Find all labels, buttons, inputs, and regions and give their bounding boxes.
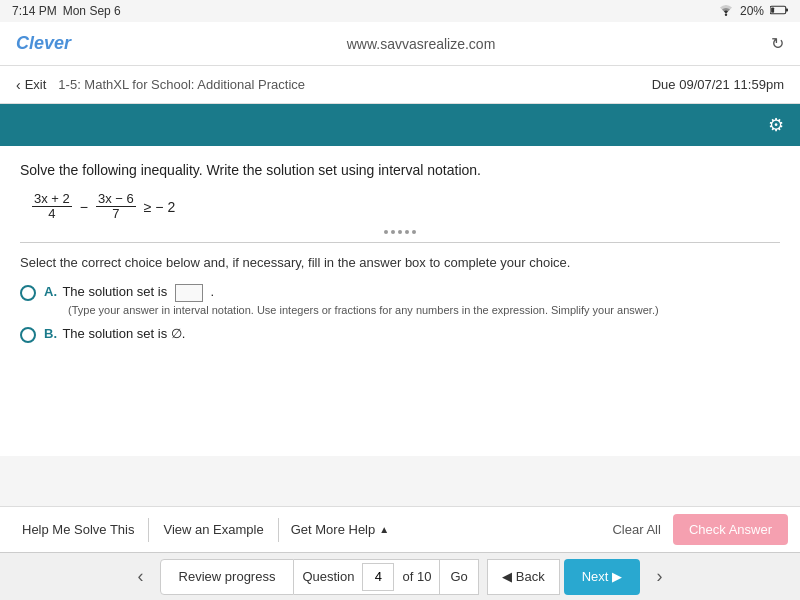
- drag-dot: [398, 230, 402, 234]
- separator-1: [148, 518, 149, 542]
- option-b: B. The solution set is ∅.: [20, 326, 780, 343]
- question-instruction: Solve the following inequality. Write th…: [20, 162, 780, 178]
- chevron-up-icon: ▲: [379, 524, 389, 535]
- answer-options: A. The solution set is . (Type your answ…: [20, 284, 780, 343]
- content-area: Solve the following inequality. Write th…: [0, 146, 800, 456]
- clear-all-button[interactable]: Clear All: [600, 514, 672, 545]
- go-button[interactable]: Go: [439, 560, 477, 594]
- selection-instruction: Select the correct choice below and, if …: [20, 255, 780, 270]
- divider: [20, 242, 780, 243]
- check-answer-button[interactable]: Check Answer: [673, 514, 788, 545]
- back-label: Back: [516, 569, 545, 584]
- top-nav: Clever www.savvasrealize.com ↻: [0, 22, 800, 66]
- question-number-input[interactable]: [362, 563, 394, 591]
- review-progress-button[interactable]: Review progress: [160, 559, 295, 595]
- refresh-icon[interactable]: ↻: [771, 34, 784, 53]
- fraction1-denominator: 4: [46, 207, 57, 221]
- next-button[interactable]: Next ▶: [564, 559, 641, 595]
- breadcrumb-bar: ‹ Exit 1-5: MathXL for School: Additiona…: [0, 66, 800, 104]
- get-more-help-label: Get More Help: [291, 522, 376, 537]
- breadcrumb-title: 1-5: MathXL for School: Additional Pract…: [58, 77, 305, 92]
- of-total-label: of 10: [394, 569, 439, 584]
- svg-rect-3: [771, 7, 774, 12]
- help-me-solve-button[interactable]: Help Me Solve This: [12, 514, 144, 545]
- right-chevron-button[interactable]: ›: [640, 553, 678, 600]
- radio-a[interactable]: [20, 285, 36, 301]
- wifi-icon: [718, 4, 734, 19]
- view-example-button[interactable]: View an Example: [153, 514, 273, 545]
- exit-button[interactable]: ‹ Exit 1-5: MathXL for School: Additiona…: [16, 77, 305, 93]
- inequality-suffix: ≥ − 2: [144, 199, 175, 215]
- option-b-text: The solution set is ∅.: [62, 326, 185, 341]
- fraction-2: 3x − 6 7: [96, 192, 136, 222]
- exit-label: Exit: [25, 77, 47, 92]
- option-b-label: B.: [44, 326, 57, 341]
- back-button[interactable]: ◀ Back: [487, 559, 560, 595]
- option-a-label: A.: [44, 284, 57, 299]
- bottom-toolbar: Help Me Solve This View an Example Get M…: [0, 506, 800, 552]
- left-chevron-button[interactable]: ‹: [122, 553, 160, 600]
- drag-handle[interactable]: [20, 230, 780, 234]
- next-label: Next: [582, 569, 609, 584]
- drag-dot: [405, 230, 409, 234]
- radio-b[interactable]: [20, 327, 36, 343]
- gear-icon[interactable]: ⚙: [768, 114, 784, 136]
- drag-dot: [391, 230, 395, 234]
- fraction1-numerator: 3x + 2: [32, 192, 72, 207]
- next-arrow-icon: ▶: [612, 569, 622, 584]
- question-label: Question: [294, 569, 362, 584]
- separator-2: [278, 518, 279, 542]
- question-navigator: Question of 10 Go: [294, 559, 478, 595]
- option-a-text: The solution set is: [62, 284, 167, 299]
- svg-rect-2: [786, 9, 788, 12]
- clever-logo: Clever: [16, 33, 71, 54]
- answer-input-box[interactable]: [175, 284, 203, 302]
- drag-dot: [384, 230, 388, 234]
- get-more-help-button[interactable]: Get More Help ▲: [283, 514, 397, 545]
- math-expression: 3x + 2 4 − 3x − 6 7 ≥ − 2: [32, 192, 780, 222]
- day-display: Mon Sep 6: [63, 4, 121, 18]
- fraction-1: 3x + 2 4: [32, 192, 72, 222]
- minus-operator: −: [80, 199, 88, 215]
- drag-dot: [412, 230, 416, 234]
- nav-bar: ‹ Review progress Question of 10 Go ◀ Ba…: [0, 552, 800, 600]
- battery-icon: [770, 4, 788, 18]
- option-a-hint: (Type your answer in interval notation. …: [68, 304, 659, 316]
- exit-arrow-icon: ‹: [16, 77, 21, 93]
- teal-banner: ⚙: [0, 104, 800, 146]
- battery-display: 20%: [740, 4, 764, 18]
- fraction2-numerator: 3x − 6: [96, 192, 136, 207]
- due-date: Due 09/07/21 11:59pm: [652, 77, 784, 92]
- fraction2-denominator: 7: [110, 207, 121, 221]
- site-url: www.savvasrealize.com: [347, 36, 496, 52]
- svg-point-0: [725, 13, 727, 15]
- option-a: A. The solution set is . (Type your answ…: [20, 284, 780, 316]
- status-bar: 7:14 PM Mon Sep 6 20%: [0, 0, 800, 22]
- back-arrow-icon: ◀: [502, 569, 512, 584]
- period: .: [210, 284, 214, 299]
- time-display: 7:14 PM: [12, 4, 57, 18]
